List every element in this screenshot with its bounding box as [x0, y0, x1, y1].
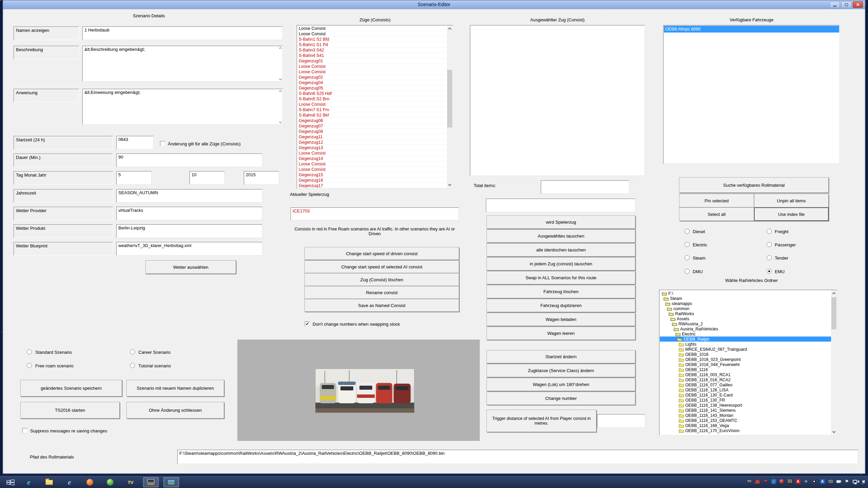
- tree-item[interactable]: OEBB_1116_077_Galileo: [660, 382, 831, 387]
- empty-wagon-button[interactable]: Wagen leeren: [487, 327, 635, 340]
- tree-item[interactable]: OEBB_1116_143_Montan: [660, 413, 831, 418]
- season-input[interactable]: SEASON_AUTUMN: [116, 189, 262, 203]
- consist-row[interactable]: Gegenzug07: [297, 123, 447, 129]
- stock-path-input[interactable]: F:\Steam\steamapps\common\RailWorks\Asse…: [177, 450, 858, 464]
- tender-radio[interactable]: [767, 255, 772, 260]
- scrollbar-thumb[interactable]: [831, 297, 836, 329]
- action-center-flag-icon[interactable]: ⚑: [844, 479, 850, 484]
- tree-item[interactable]: Steam: [660, 296, 831, 301]
- avira-umbrella-icon[interactable]: ☂: [763, 479, 768, 484]
- duplicate-vehicle-button[interactable]: Fahrzeug duplizieren: [487, 299, 635, 312]
- apply-all-checkbox[interactable]: [160, 141, 165, 146]
- trigger-distance-button[interactable]: Trigger distance of selected AI from Pla…: [487, 410, 596, 432]
- name-input[interactable]: 1 Herbstlaub: [82, 26, 283, 40]
- consist-row[interactable]: Loose Consist: [297, 64, 447, 69]
- freeroam-scenario-radio[interactable]: [27, 363, 32, 368]
- scroll-down-icon[interactable]: [279, 78, 282, 80]
- swap-in-every-consist-button[interactable]: in jedem Zug (consist) tauschen: [487, 257, 635, 270]
- unpin-all-button[interactable]: Unpin all items: [754, 194, 829, 207]
- adobe-icon[interactable]: A: [795, 479, 801, 484]
- taskbar-browser-e-icon[interactable]: e: [62, 477, 77, 487]
- consist-row[interactable]: Gegenzug04: [297, 80, 447, 85]
- consist-row[interactable]: Gegenzug01: [297, 58, 447, 64]
- weather-provider-input[interactable]: virtualTracks: [116, 207, 262, 220]
- selected-consist-list[interactable]: [470, 25, 645, 176]
- tree-item[interactable]: OEBB_1116_153_OEAMTC: [660, 418, 831, 423]
- consist-row[interactable]: Loose Consist: [297, 31, 447, 37]
- close-without-saving-button[interactable]: Ohne Änderung schliessen: [126, 402, 224, 419]
- consist-row[interactable]: S-Bahn7 S1 Frn: [297, 107, 447, 113]
- taskbar-tv-app-icon[interactable]: TV: [123, 477, 138, 487]
- consist-row[interactable]: S-Bahn1 S2 Bfd: [297, 37, 447, 42]
- passenger-radio[interactable]: [767, 242, 772, 247]
- tree-item[interactable]: common: [660, 306, 831, 311]
- start-time-input[interactable]: 0643: [116, 136, 154, 149]
- steam-radio[interactable]: [685, 255, 690, 260]
- taskbar-internet-explorer-icon[interactable]: e: [21, 477, 37, 487]
- pin-selected-button[interactable]: Pin selected: [679, 194, 754, 207]
- delete-vehicle-button[interactable]: Fahrzeug löschen: [487, 285, 635, 298]
- make-player-train-button[interactable]: wird Spielerzug: [487, 216, 635, 229]
- scroll-down-icon[interactable]: [831, 429, 837, 435]
- tree-item[interactable]: OEBB_1116_126_LISA: [660, 387, 831, 392]
- standard-scenario-radio[interactable]: [27, 349, 32, 354]
- tree-item[interactable]: MRCE_ES64U2_067_Trainguard: [660, 347, 831, 352]
- select-all-button[interactable]: Select all: [679, 207, 754, 221]
- blue-check-icon[interactable]: ✓: [771, 479, 776, 484]
- total-items-input[interactable]: [541, 180, 629, 194]
- tree-item[interactable]: OEBB_1116_130_FR: [660, 398, 831, 403]
- consist-row[interactable]: Loose Consist: [297, 69, 447, 75]
- taskbar-file-explorer-icon[interactable]: [41, 477, 57, 487]
- consist-row[interactable]: Loose Consist: [297, 167, 447, 172]
- tv-tray-icon[interactable]: TV: [746, 479, 752, 484]
- vehicle-row[interactable]: OEBB Afmpz 8090: [664, 26, 839, 33]
- tutorial-scenario-radio[interactable]: [130, 363, 135, 368]
- network-icon[interactable]: [852, 479, 858, 484]
- dont-change-numbers-checkbox[interactable]: [305, 321, 310, 326]
- consist-row[interactable]: Gegenzug12: [297, 140, 447, 145]
- tree-scrollbar[interactable]: [831, 290, 837, 435]
- consist-row[interactable]: Gegenzug13: [297, 145, 447, 150]
- red-dots-icon[interactable]: [754, 479, 760, 484]
- consist-row[interactable]: S-Bahn1 S1 Pd: [297, 42, 447, 47]
- rename-consist-button[interactable]: Rename consist: [304, 286, 459, 299]
- consist-row[interactable]: S-Bahn8 S2 Bkf: [297, 113, 447, 118]
- electric-radio[interactable]: [685, 242, 690, 247]
- change-start-time-button[interactable]: Startzeit ändern: [487, 350, 635, 363]
- rotate-180-button[interactable]: Wagen (Lok) um 180°drehen: [487, 378, 635, 391]
- consist-row[interactable]: Gegenzug02: [297, 75, 447, 80]
- tree-item[interactable]: Lights: [660, 342, 831, 347]
- tree-item[interactable]: OEBB_1016: [660, 352, 831, 357]
- suppress-messages-checkbox[interactable]: [22, 428, 27, 433]
- tree-item[interactable]: OEBB_1116_168_Vega: [660, 423, 831, 428]
- scroll-up-icon[interactable]: [447, 26, 453, 32]
- taskbar-green-app-icon[interactable]: [102, 477, 118, 487]
- tree-item[interactable]: RailWorks: [660, 311, 831, 316]
- selected-info-input[interactable]: [486, 199, 635, 212]
- scroll-up-icon[interactable]: [831, 290, 837, 296]
- tree-item[interactable]: OEBB_1116_138_Heeressport: [660, 403, 831, 408]
- consist-row[interactable]: Gegenzug11: [297, 134, 447, 140]
- titlebar[interactable]: Szenario-Editor ✕: [3, 0, 865, 9]
- calendar-icon[interactable]: 31: [787, 479, 793, 484]
- freight-radio[interactable]: [767, 229, 772, 234]
- weather-product-input[interactable]: Berlin-Leipzig: [116, 224, 262, 238]
- scroll-up-icon[interactable]: [279, 47, 282, 50]
- consist-row[interactable]: Gegenzug14: [297, 156, 447, 161]
- save-named-consist-button[interactable]: Save as Named Consist: [304, 299, 459, 312]
- tree-item[interactable]: Austria_RailVehicles: [660, 326, 831, 331]
- scroll-up-icon[interactable]: [279, 90, 282, 93]
- weather-blueprint-input[interactable]: weather\vT_3D_klarer_Herbsttag.xml: [116, 242, 262, 256]
- tree-item[interactable]: steamapps: [660, 301, 831, 306]
- consist-row[interactable]: Loose Consist: [297, 26, 447, 31]
- year-input[interactable]: 2015: [244, 171, 279, 185]
- duration-input[interactable]: 90: [116, 154, 262, 167]
- month-input[interactable]: 10: [190, 171, 225, 185]
- description-input[interactable]: &lt;Beschreibung eingeben&gt;: [82, 46, 283, 82]
- red-sphere-icon[interactable]: [779, 479, 785, 484]
- tree-item[interactable]: OEBB_1016_023_Greenpoint: [660, 357, 831, 362]
- start-button[interactable]: [3, 477, 18, 487]
- choose-weather-button[interactable]: Wetter auswählen: [145, 260, 236, 274]
- emu-radio[interactable]: [767, 269, 772, 274]
- bird-icon[interactable]: ✈: [803, 479, 809, 484]
